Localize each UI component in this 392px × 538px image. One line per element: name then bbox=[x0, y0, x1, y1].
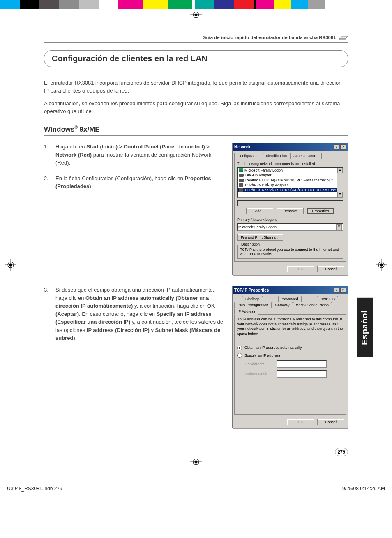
registration-mark-left bbox=[5, 259, 16, 272]
router-icon bbox=[339, 35, 348, 41]
tcpip-tabs-row2: DNS Configuration Gateway WINS Configura… bbox=[233, 301, 348, 314]
step-3: 3. Si desea que el equipo obtenga una di… bbox=[44, 286, 225, 342]
chevron-down-icon[interactable]: ▼ bbox=[336, 224, 342, 230]
tcpip-titlebar: TCP/IP Properties ?× bbox=[233, 286, 348, 294]
help-button-icon[interactable]: ? bbox=[334, 144, 339, 150]
page-number: 279 bbox=[44, 448, 348, 456]
scrollbar[interactable]: ▲ ▼ bbox=[337, 168, 343, 197]
tcpip-blurb: An IP address can be automatically assig… bbox=[237, 317, 343, 336]
tab-configuration[interactable]: Configuration bbox=[234, 153, 263, 159]
network-title: Network bbox=[234, 145, 250, 149]
tcpip-dialog: TCP/IP Properties ?× Bindings Advanced N… bbox=[232, 286, 348, 428]
description-text: TCP/IP is the protocol you use to connec… bbox=[240, 248, 340, 256]
registration-mark-top bbox=[0, 9, 392, 22]
primary-logon-combo[interactable]: Microsoft Family Logon ▼ bbox=[237, 223, 343, 231]
running-head-text: Guía de inicio rápido del enrutador de b… bbox=[203, 35, 336, 40]
ok-button[interactable]: OK bbox=[287, 266, 314, 272]
tab-bindings[interactable]: Bindings bbox=[242, 296, 263, 302]
svg-rect-12 bbox=[339, 39, 346, 40]
tab-ip-address[interactable]: IP Address bbox=[234, 308, 258, 315]
adapter-icon bbox=[239, 174, 244, 177]
primary-logon-label: Primary Network Logon: bbox=[237, 218, 343, 222]
tab-dns[interactable]: DNS Configuration bbox=[234, 302, 272, 308]
ip-address-input[interactable]: ... bbox=[277, 360, 327, 368]
tab-gateway[interactable]: Gateway bbox=[272, 302, 293, 308]
tab-access-control[interactable]: Access Control bbox=[290, 153, 322, 159]
protocol-icon bbox=[239, 183, 243, 187]
scroll-down-icon[interactable]: ▼ bbox=[337, 192, 343, 197]
ok-button[interactable]: OK bbox=[287, 419, 314, 425]
tab-wins[interactable]: WINS Configuration bbox=[293, 302, 332, 308]
components-listbox[interactable]: Microsoft Family Logon Dial-Up Adapter R… bbox=[237, 167, 343, 198]
close-icon[interactable]: × bbox=[340, 144, 346, 150]
tab-identification[interactable]: Identification bbox=[263, 153, 291, 159]
add-button[interactable]: Add... bbox=[246, 208, 273, 214]
footer-rule bbox=[44, 445, 348, 445]
hscrollbar[interactable] bbox=[237, 200, 343, 206]
network-titlebar: Network ?× bbox=[233, 143, 348, 151]
titlebar-controls: ?× bbox=[333, 144, 346, 150]
step-1: 1. Haga clic en Start (Inicio) > Control… bbox=[44, 143, 225, 167]
step-2: 2. En la ficha Configuration (Configurac… bbox=[44, 174, 225, 190]
logon-icon bbox=[239, 168, 243, 172]
intro-paragraph-2: A continuación, se exponen los procedimi… bbox=[44, 100, 348, 116]
registration-mark-bottom bbox=[0, 456, 392, 469]
print-footer: U3948_RS3081.indb 279 9/25/08 9:14:29 AM bbox=[7, 486, 385, 492]
components-label: The following network components are ins… bbox=[237, 162, 343, 166]
subnet-mask-input[interactable]: ... bbox=[277, 370, 327, 378]
language-tab: Español bbox=[357, 298, 373, 357]
cancel-button[interactable]: Cancel bbox=[317, 419, 344, 425]
printer-color-bar bbox=[0, 0, 392, 9]
running-head: Guía de inicio rápido del enrutador de b… bbox=[44, 35, 348, 43]
subnet-mask-row: Subnet Mask: ... bbox=[245, 370, 343, 378]
radio-specify[interactable]: Specify an IP address: bbox=[237, 353, 343, 358]
section-title: Configuración de clientes en la red LAN bbox=[44, 50, 348, 67]
ip-address-row: IP Address: ... bbox=[245, 360, 343, 368]
tab-advanced[interactable]: Advanced bbox=[278, 296, 301, 302]
cancel-button[interactable]: Cancel bbox=[317, 266, 344, 272]
tcpip-tabs-row1: Bindings Advanced NetBIOS bbox=[233, 294, 348, 301]
close-icon[interactable]: × bbox=[340, 288, 346, 293]
scroll-up-icon[interactable]: ▲ bbox=[337, 168, 343, 173]
description-group: Description TCP/IP is the protocol you u… bbox=[237, 245, 343, 259]
nic-icon bbox=[239, 179, 244, 182]
intro-paragraph-1: El enrutador RX3081 incorpora funciones … bbox=[44, 79, 348, 95]
registration-mark-right bbox=[376, 259, 387, 272]
network-dialog: Network ?× Configuration Identification … bbox=[232, 143, 348, 275]
tab-netbios[interactable]: NetBIOS bbox=[317, 296, 338, 302]
radio-obtain-auto[interactable]: Obtain an IP address automatically bbox=[237, 346, 343, 350]
tcpip-panel: An IP address can be automatically assig… bbox=[234, 314, 346, 415]
properties-button[interactable]: Properties bbox=[307, 208, 334, 214]
print-footer-right: 9/25/08 9:14:29 AM bbox=[342, 486, 385, 492]
subheading-windows: Windows® 9x/ME bbox=[44, 125, 348, 136]
network-panel: The following network components are ins… bbox=[234, 159, 346, 262]
help-button-icon[interactable]: ? bbox=[334, 288, 339, 293]
file-print-sharing-button[interactable]: File and Print Sharing... bbox=[237, 234, 283, 241]
remove-button[interactable]: Remove bbox=[277, 208, 304, 214]
network-tabs: Configuration Identification Access Cont… bbox=[233, 151, 348, 159]
protocol-icon bbox=[239, 188, 243, 192]
tcpip-title: TCP/IP Properties bbox=[234, 288, 269, 292]
intro-block: El enrutador RX3081 incorpora funciones … bbox=[44, 79, 348, 115]
print-footer-left: U3948_RS3081.indb 279 bbox=[7, 486, 62, 492]
titlebar-controls: ?× bbox=[333, 287, 346, 293]
